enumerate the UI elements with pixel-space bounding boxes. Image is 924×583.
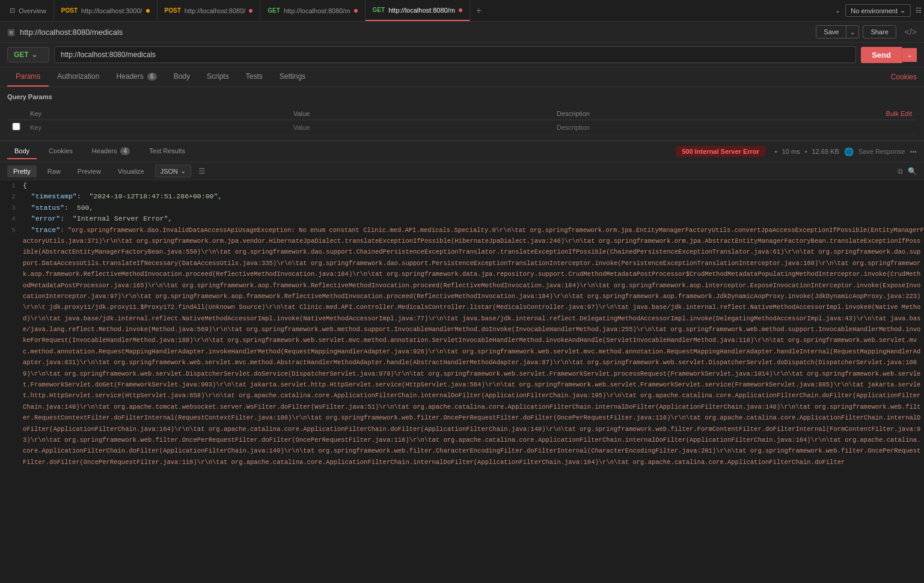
format-pretty[interactable]: Pretty	[7, 165, 37, 177]
query-params-title: Query Params	[7, 93, 52, 100]
dirty-indicator-4	[459, 8, 462, 12]
resp-headers-label: Headers	[92, 147, 117, 154]
param-checkbox[interactable]	[12, 123, 20, 130]
param-value-input[interactable]	[293, 124, 547, 131]
url-bar-actions: Save ⌄ Share </>	[816, 25, 917, 38]
send-dropdown-button[interactable]: ⌄	[902, 48, 917, 62]
line-content: "status": 500,	[23, 203, 93, 213]
tab-post2-url: http://localhost:8080/	[185, 7, 246, 14]
more-options-icon[interactable]: •••	[910, 148, 917, 155]
resp-tab-cookies[interactable]: Cookies	[41, 144, 80, 159]
overview-label: Overview	[19, 7, 46, 14]
tab-settings[interactable]: Settings	[271, 67, 314, 87]
json-line: 2 "timestamp": "2024-10-12T18:47:51.286+…	[0, 191, 924, 202]
dirty-indicator-3	[354, 9, 358, 13]
params-header-row: Query Params	[7, 92, 917, 105]
request-tabs-row: Params Authorization Headers 6 Body Scri…	[0, 67, 924, 87]
send-button-group: Send ⌄	[861, 47, 917, 63]
url-input[interactable]	[54, 46, 856, 63]
chat-icon[interactable]: ☷	[916, 7, 922, 14]
line-number: 4	[5, 213, 23, 224]
line-content: "timestamp": "2024-10-12T18:47:51.286+00…	[23, 191, 222, 202]
code-icon[interactable]: </>	[905, 27, 917, 37]
no-environment-dropdown[interactable]: No environment ⌄	[845, 4, 911, 17]
share-label: Share	[870, 28, 888, 35]
tab-get4-url: http://localhost:8080/m	[388, 7, 455, 14]
copy-icon[interactable]: ⧉	[898, 167, 903, 176]
json-viewer: 1{2 "timestamp": "2024-10-12T18:47:51.28…	[0, 180, 924, 583]
save-response-button[interactable]: Save Response	[858, 148, 905, 155]
tab-overview[interactable]: ⊡ Overview	[2, 0, 54, 21]
main-content: ▣ http://localhost:8080/medicals Save ⌄ …	[0, 22, 924, 583]
bulk-edit-button[interactable]: Bulk Edit	[886, 110, 912, 117]
headers-tab-label: Headers	[116, 72, 143, 81]
json-line: 5 "trace": "org.springframework.dao.Inva…	[0, 225, 924, 468]
format-chevron-icon: ⌄	[180, 167, 186, 175]
method-label: GET	[14, 50, 29, 59]
tab-body[interactable]: Body	[165, 67, 198, 87]
env-chevron-icon: ⌄	[900, 7, 905, 14]
resp-headers-badge: 4	[120, 147, 130, 155]
tab-get-4[interactable]: GET http://localhost:8080/m	[366, 0, 470, 21]
tests-tab-label: Tests	[246, 72, 263, 81]
resp-tab-body[interactable]: Body	[7, 144, 37, 159]
tab-params[interactable]: Params	[7, 67, 49, 87]
code-action-icons: ⧉ 🔍	[898, 167, 917, 176]
save-label: Save	[816, 26, 846, 38]
method-badge-post2: POST	[165, 7, 181, 14]
json-line: 4 "error": "Internal Server Error",	[0, 213, 924, 224]
status-badge: 500 Internal Server Error	[676, 146, 765, 157]
request-bar: GET ⌄ Send ⌄	[0, 43, 924, 67]
params-tab-label: Params	[16, 72, 40, 81]
tab-headers[interactable]: Headers 6	[108, 67, 165, 87]
param-key-input[interactable]	[30, 124, 284, 131]
headers-badge: 6	[147, 73, 157, 81]
params-table: Key Value Description Bulk Edit	[7, 108, 917, 135]
format-preview[interactable]: Preview	[72, 165, 107, 177]
dirty-indicator-2	[249, 9, 252, 13]
tab-authorization[interactable]: Authorization	[49, 67, 108, 87]
method-badge-post1: POST	[61, 7, 78, 14]
tab-post-2[interactable]: POST http://localhost:8080/	[158, 0, 261, 21]
line-content: {	[23, 180, 27, 191]
chevron-down-icon[interactable]: ⌄	[835, 7, 840, 14]
send-main-button[interactable]: Send	[861, 47, 902, 63]
code-toolbar: Pretty Raw Preview Visualize JSON ⌄ ☰ ⧉ …	[0, 162, 924, 180]
cookies-link[interactable]: Cookies	[891, 73, 917, 81]
line-content: "error": "Internal Server Error",	[23, 213, 172, 224]
param-row	[7, 120, 917, 135]
resp-tab-test-results[interactable]: Test Results	[142, 144, 192, 159]
json-format-label: JSON	[161, 168, 178, 175]
response-area: Body Cookies Headers 4 Test Results 500 …	[0, 141, 924, 583]
format-raw[interactable]: Raw	[41, 165, 67, 177]
tab-scripts[interactable]: Scripts	[198, 67, 237, 87]
tab-post-1[interactable]: POST http://localhost:3000/	[54, 0, 158, 21]
json-line: 3 "status": 500,	[0, 203, 924, 213]
line-number: 1	[5, 180, 23, 191]
overview-icon: ⊡	[10, 7, 15, 14]
json-format-select[interactable]: JSON ⌄	[155, 165, 191, 177]
search-icon[interactable]: 🔍	[908, 167, 917, 176]
resp-cookies-label: Cookies	[49, 147, 73, 154]
line-number: 2	[5, 191, 23, 202]
save-dropdown-arrow[interactable]: ⌄	[846, 26, 858, 38]
json-line: 1{	[0, 180, 924, 191]
method-badge-get3: GET	[268, 7, 280, 14]
format-visualize[interactable]: Visualize	[112, 165, 150, 177]
response-actions: 🌐 Save Response •••	[844, 147, 917, 156]
add-tab-button[interactable]: +	[470, 5, 488, 16]
method-select[interactable]: GET ⌄	[7, 47, 49, 63]
auth-tab-label: Authorization	[57, 72, 99, 81]
save-button[interactable]: Save ⌄	[816, 25, 859, 38]
tab-tests[interactable]: Tests	[237, 67, 271, 87]
resp-tab-headers[interactable]: Headers 4	[85, 144, 137, 159]
request-icon: ▣	[7, 27, 15, 37]
param-description-input[interactable]	[557, 124, 810, 131]
url-bar: ▣ http://localhost:8080/medicals Save ⌄ …	[0, 22, 924, 43]
method-badge-get4: GET	[373, 7, 385, 13]
tab-get-3[interactable]: GET http://localhost:8080/m	[260, 0, 365, 21]
globe-icon[interactable]: 🌐	[844, 147, 854, 156]
body-tab-label: Body	[174, 72, 190, 81]
resp-test-results-label: Test Results	[149, 147, 185, 154]
share-button[interactable]: Share	[863, 25, 896, 38]
